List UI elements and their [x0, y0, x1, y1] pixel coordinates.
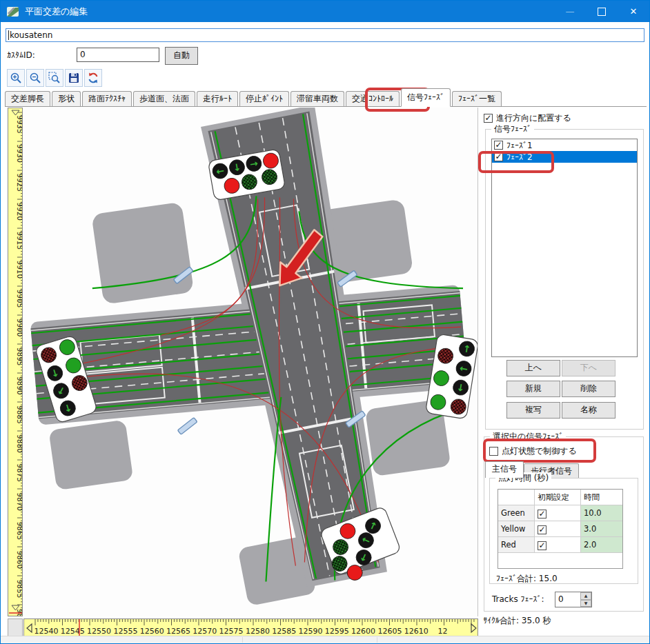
minimize-button[interactable]: —: [554, 1, 586, 22]
svg-text:9860: 9860: [16, 551, 23, 570]
refresh-icon[interactable]: [84, 69, 102, 87]
svg-text:12540: 12540: [35, 627, 59, 636]
init-checkbox[interactable]: ✓: [538, 525, 546, 534]
lamp-name-cell: Green: [498, 505, 535, 521]
tab-9[interactable]: 信号ﾌｪｰｽﾞ: [401, 88, 451, 107]
svg-text:9880: 9880: [16, 434, 23, 453]
auto-button[interactable]: 自動: [165, 47, 198, 65]
spinner-up-icon[interactable]: ▲: [580, 592, 591, 600]
custom-id-label: ｶｽﾀﾑID:: [7, 50, 35, 60]
table-header: 時間: [581, 490, 623, 505]
maximize-button[interactable]: [586, 1, 618, 22]
dialog-window: 平面交差の編集 — ✕ kousatenn ｶｽﾀﾑID: 0 自動 交差脚: [0, 0, 650, 644]
subtab-1[interactable]: 主信号: [485, 461, 524, 478]
move-down-button[interactable]: 下へ: [562, 360, 615, 376]
spinner-down-icon[interactable]: ▼: [580, 600, 591, 607]
tab-2[interactable]: 形状: [52, 91, 81, 106]
close-button[interactable]: ✕: [618, 1, 649, 22]
copy-button[interactable]: 複写: [506, 402, 560, 419]
lamp-name-cell: Red: [498, 537, 535, 553]
annotation-box-lighting-checkbox: [483, 439, 596, 463]
svg-text:12: 12: [438, 627, 448, 636]
svg-text:12600: 12600: [351, 627, 375, 636]
checkbox-box[interactable]: ✓: [484, 114, 493, 123]
tab-3[interactable]: 路面ﾃｸｽﾁｬ: [82, 91, 132, 106]
svg-text:9930: 9930: [16, 144, 23, 163]
tab-bar: 交差脚長形状路面ﾃｸｽﾁｬ歩道面、法面走行ﾙｰﾄ停止ﾎﾟｲﾝﾄ滞留車両数交通ｺﾝ…: [5, 90, 647, 107]
init-checkbox[interactable]: ✓: [538, 541, 546, 550]
init-checkbox[interactable]: ✓: [538, 510, 546, 519]
checkbox-box[interactable]: ✓: [494, 141, 503, 150]
tab-10[interactable]: ﾌｪｰｽﾞ一覧: [452, 91, 502, 106]
svg-text:12585: 12585: [272, 627, 296, 636]
svg-text:12610: 12610: [404, 627, 429, 636]
time-value-cell[interactable]: 2.0: [581, 537, 623, 553]
table-row: Yellow✓3.0: [498, 521, 622, 537]
intersection-name-value: kousatenn: [10, 30, 52, 40]
tracks-phase-value[interactable]: 0: [555, 592, 580, 607]
delete-button[interactable]: 削除: [562, 381, 615, 397]
horizontal-ruler[interactable]: 1254012545125501255512560125651257012575…: [23, 618, 478, 636]
new-button[interactable]: 新規: [506, 381, 560, 397]
table-row: Red✓2.0: [498, 537, 622, 553]
stop-point-marker: [177, 417, 197, 434]
svg-text:12550: 12550: [87, 627, 111, 636]
phase-item-label: ﾌｪｰｽﾞ1: [506, 141, 533, 150]
tab-7[interactable]: 滞留車両数: [290, 91, 344, 106]
svg-text:12555: 12555: [113, 627, 137, 636]
window-title: 平面交差の編集: [25, 6, 88, 18]
svg-text:12565: 12565: [166, 627, 190, 636]
road-horizontal: [31, 291, 468, 419]
intersection-name-input[interactable]: kousatenn: [6, 28, 644, 42]
svg-text:←: ←: [459, 363, 469, 375]
tab-4[interactable]: 歩道面、法面: [133, 91, 195, 106]
tab-5[interactable]: 走行ﾙｰﾄ: [197, 91, 238, 106]
lighting-time-table: 初期設定時間Green✓10.0Yellow✓3.0Red✓2.0: [498, 489, 623, 569]
svg-text:9885: 9885: [16, 405, 23, 424]
svg-text:12605: 12605: [377, 627, 402, 636]
svg-text:9875: 9875: [16, 463, 23, 482]
svg-text:↑: ↑: [462, 343, 472, 355]
vertical-ruler[interactable]: 9935993099259920991599109905990098959890…: [8, 108, 23, 616]
zoom-region-icon[interactable]: [46, 69, 63, 87]
zoom-out-icon[interactable]: [26, 69, 44, 87]
svg-text:9895: 9895: [16, 348, 23, 366]
app-icon: [7, 6, 19, 17]
svg-text:9865: 9865: [16, 521, 23, 540]
time-value-cell[interactable]: 3.0: [581, 521, 623, 537]
intersection-canvas[interactable]: ←↓→↓↙↓↑←↓↗↖↙: [23, 108, 478, 616]
phase-list-item-1[interactable]: ✓ﾌｪｰｽﾞ1: [492, 139, 637, 151]
time-value-cell[interactable]: 10.0: [581, 505, 623, 521]
svg-text:↓: ↓: [456, 381, 466, 394]
ruler-corner: [8, 618, 23, 636]
svg-text:9925: 9925: [16, 173, 23, 192]
tracks-phase-label: Tracks ﾌｪｰｽﾞ:: [492, 594, 544, 604]
name-button[interactable]: 名称: [562, 402, 615, 419]
svg-text:12590: 12590: [299, 627, 323, 636]
svg-text:12595: 12595: [325, 627, 349, 636]
svg-text:9910: 9910: [16, 261, 23, 279]
tracks-phase-spinner[interactable]: 0 ▲ ▼: [555, 592, 592, 607]
svg-text:9905: 9905: [16, 290, 23, 308]
svg-text:9890: 9890: [16, 376, 23, 395]
annotation-box-phase2-item: [478, 151, 554, 173]
zoom-in-icon[interactable]: [7, 69, 25, 87]
table-row: Green✓10.0: [498, 505, 622, 521]
save-icon[interactable]: [65, 69, 83, 87]
svg-text:9855: 9855: [16, 580, 23, 598]
svg-text:9900: 9900: [16, 319, 23, 337]
title-bar: 平面交差の編集 — ✕: [1, 1, 649, 22]
svg-text:12560: 12560: [140, 627, 164, 636]
table-header: 初期設定: [535, 490, 581, 505]
tab-6[interactable]: 停止ﾎﾟｲﾝﾄ: [239, 91, 289, 106]
table-header: [498, 490, 535, 505]
custom-id-input[interactable]: 0: [77, 48, 159, 62]
signal-phase-group-title: 信号ﾌｪｰｽﾞ: [491, 123, 534, 135]
svg-text:12575: 12575: [219, 627, 244, 636]
svg-text:12545: 12545: [61, 627, 85, 636]
svg-text:9915: 9915: [16, 231, 23, 250]
place-direction-checkbox[interactable]: ✓ 進行方向に配置する: [484, 112, 571, 124]
svg-text:12570: 12570: [193, 627, 217, 636]
tab-1[interactable]: 交差脚長: [5, 91, 50, 106]
move-up-button[interactable]: 上へ: [506, 360, 560, 376]
